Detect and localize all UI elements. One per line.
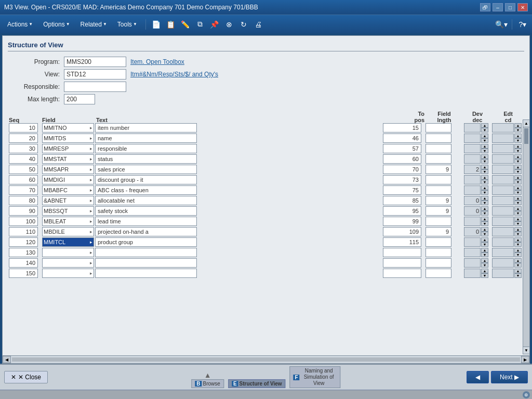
field-select[interactable]: MMITNO▸: [42, 123, 94, 132]
text-input[interactable]: [95, 248, 197, 257]
browse-tab[interactable]: ▲ B Browse: [191, 371, 224, 388]
edtcd-spinner[interactable]: ▲▼: [514, 123, 522, 132]
seq-input[interactable]: [9, 134, 38, 143]
edtcd-input[interactable]: [492, 123, 514, 132]
horizontal-scrollbar[interactable]: ◀ ▶: [2, 355, 530, 364]
edtcd-spinner[interactable]: ▲▼: [514, 206, 522, 216]
topos-input[interactable]: [383, 258, 421, 268]
field-select[interactable]: MMITDS▸: [42, 134, 94, 143]
devdec-spinner[interactable]: ▲▼: [481, 248, 488, 257]
edtcd-spinner[interactable]: ▲▼: [514, 258, 522, 268]
refresh-icon[interactable]: ↻: [237, 18, 250, 31]
fieldlngth-input[interactable]: [425, 154, 451, 164]
seq-input[interactable]: [9, 144, 38, 153]
text-input[interactable]: [95, 165, 197, 174]
edtcd-input[interactable]: [492, 196, 514, 205]
devdec-spinner[interactable]: ▲▼: [481, 144, 488, 153]
edtcd-spinner[interactable]: ▲▼: [514, 144, 522, 153]
devdec-spinner[interactable]: ▲▼: [481, 196, 488, 205]
devdec-input[interactable]: [464, 217, 481, 226]
menu-actions[interactable]: Actions ▼: [3, 19, 37, 30]
topos-input[interactable]: [383, 134, 421, 143]
duplicate-icon[interactable]: ⧉: [194, 18, 206, 31]
edit-icon[interactable]: ✏️: [179, 18, 192, 31]
minimize-btn[interactable]: –: [493, 3, 503, 11]
edtcd-spinner[interactable]: ▲▼: [514, 269, 522, 278]
new-icon[interactable]: 📄: [150, 18, 163, 31]
topos-input[interactable]: [383, 154, 421, 164]
fieldlngth-input[interactable]: [425, 258, 451, 268]
edtcd-spinner[interactable]: ▲▼: [514, 217, 522, 226]
devdec-input[interactable]: [464, 175, 481, 184]
devdec-spinner[interactable]: ▲▼: [481, 217, 488, 226]
edtcd-spinner[interactable]: ▲▼: [514, 154, 522, 164]
edtcd-input[interactable]: [492, 227, 514, 236]
edtcd-input[interactable]: [492, 237, 514, 247]
seq-input[interactable]: [9, 154, 38, 164]
fieldlngth-input[interactable]: [425, 248, 451, 257]
topos-input[interactable]: [383, 248, 421, 257]
devdec-input[interactable]: [464, 227, 481, 236]
scroll-down-btn[interactable]: ▼: [523, 347, 529, 354]
topos-input[interactable]: [383, 206, 421, 216]
field-select[interactable]: MBSSQT▸: [42, 206, 94, 216]
devdec-input[interactable]: [464, 144, 481, 153]
edtcd-input[interactable]: [492, 144, 514, 153]
devdec-spinner[interactable]: ▲▼: [481, 227, 488, 236]
devdec-input[interactable]: [464, 269, 481, 278]
fieldlngth-input[interactable]: [425, 217, 451, 226]
devdec-spinner[interactable]: ▲▼: [481, 206, 488, 216]
edtcd-spinner[interactable]: ▲▼: [514, 237, 522, 247]
restore-btn[interactable]: 🗗: [480, 3, 490, 11]
devdec-input[interactable]: [464, 165, 481, 174]
devdec-input[interactable]: [464, 248, 481, 257]
devdec-spinner[interactable]: ▲▼: [481, 175, 488, 184]
fieldlngth-input[interactable]: [425, 134, 451, 143]
program-link[interactable]: Item. Open Toolbox: [130, 58, 184, 65]
seq-input[interactable]: [9, 175, 38, 184]
fieldlngth-input[interactable]: [425, 237, 451, 247]
close-button[interactable]: ✕ ✕ Close: [4, 371, 48, 383]
devdec-spinner[interactable]: ▲▼: [481, 165, 488, 174]
fieldlngth-input[interactable]: [425, 123, 451, 132]
edtcd-spinner[interactable]: ▲▼: [514, 185, 522, 195]
fieldlngth-input[interactable]: [425, 206, 451, 216]
text-input[interactable]: [95, 196, 197, 205]
devdec-input[interactable]: [464, 258, 481, 268]
text-input[interactable]: [95, 206, 197, 216]
edtcd-spinner[interactable]: ▲▼: [514, 248, 522, 257]
field-select[interactable]: MMITCL▸: [42, 237, 94, 247]
field-select[interactable]: ▸: [42, 258, 94, 268]
edtcd-spinner[interactable]: ▲▼: [514, 196, 522, 205]
seq-input[interactable]: [9, 185, 38, 195]
structview-tab[interactable]: E Structure of View: [228, 379, 286, 388]
topos-input[interactable]: [383, 269, 421, 278]
naming-tab[interactable]: F Naming and Simulation of View: [290, 366, 341, 388]
responsible-input[interactable]: [64, 82, 126, 92]
field-select[interactable]: MBDILE▸: [42, 227, 94, 236]
menu-options[interactable]: Options ▼: [39, 19, 74, 30]
devdec-input[interactable]: [464, 206, 481, 216]
devdec-spinner[interactable]: ▲▼: [481, 269, 488, 278]
fieldlngth-input[interactable]: [425, 227, 451, 236]
field-select[interactable]: MMRESP▸: [42, 144, 94, 153]
vertical-scrollbar[interactable]: ▲ ▼: [523, 119, 530, 354]
prev-button[interactable]: ◀: [467, 371, 489, 383]
copy-icon[interactable]: 📋: [165, 18, 177, 31]
seq-input[interactable]: [9, 269, 38, 278]
seq-input[interactable]: [9, 217, 38, 226]
view-input[interactable]: [64, 69, 126, 79]
field-select[interactable]: MMSTAT▸: [42, 154, 94, 164]
edtcd-spinner[interactable]: ▲▼: [514, 165, 522, 174]
text-input[interactable]: [95, 258, 197, 268]
edtcd-input[interactable]: [492, 175, 514, 184]
topos-input[interactable]: [383, 185, 421, 195]
seq-input[interactable]: [9, 165, 38, 174]
print-icon[interactable]: 🖨: [252, 18, 264, 31]
edtcd-input[interactable]: [492, 217, 514, 226]
field-select[interactable]: &ABNET▸: [42, 196, 94, 205]
text-input[interactable]: [95, 237, 197, 247]
maximize-btn[interactable]: □: [505, 3, 515, 11]
scroll-right-btn[interactable]: ▶: [521, 356, 529, 363]
seq-input[interactable]: [9, 206, 38, 216]
